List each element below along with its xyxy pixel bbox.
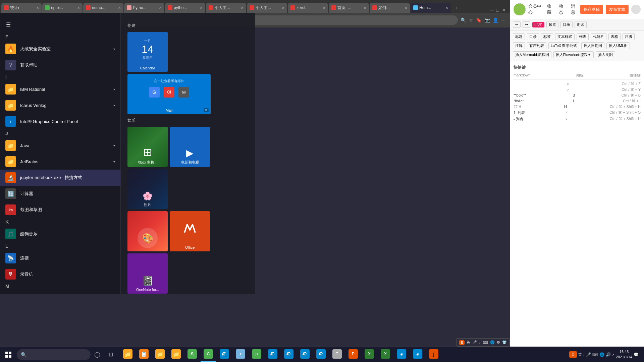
sidebar-item-calculator[interactable]: 🔢 计算器	[0, 186, 120, 202]
tab-1[interactable]: 统计r ✕	[1, 3, 42, 13]
tab-2[interactable]: np.bi... ✕	[42, 3, 83, 13]
nav-dynamic[interactable]: 动态	[559, 3, 566, 15]
live-button[interactable]: LIVE	[532, 22, 544, 27]
user-profile-icon[interactable]	[631, 5, 641, 14]
toc-button[interactable]: 目录	[560, 21, 573, 28]
ime-icon-2[interactable]: ↓	[583, 353, 585, 356]
tab-close-3[interactable]: ✕	[118, 6, 121, 10]
tab-4[interactable]: Pytho... ✕	[124, 3, 164, 13]
tab-close-10[interactable]: ✕	[405, 6, 407, 10]
sidebar-item-kudog[interactable]: 🎵 酷狗音乐	[0, 226, 120, 242]
sidebar-item-recorder[interactable]: 🎙 录音机	[0, 266, 120, 282]
taskbar-app-excel2[interactable]: X	[378, 347, 393, 362]
tab-11[interactable]: Hom... ✕	[411, 3, 451, 13]
snipaste-shirt-icon[interactable]: 👕	[502, 340, 507, 345]
taskbar-app-python[interactable]: p	[249, 347, 264, 362]
taskbar-app-folder2[interactable]: 📁	[168, 347, 184, 362]
taskbar-clock[interactable]: 16:43 2021/1/14	[616, 349, 632, 360]
maximize-button[interactable]: □	[496, 7, 499, 13]
taskbar-app-edge4[interactable]: 🌊	[297, 347, 313, 362]
tab-close-4[interactable]: ✕	[159, 6, 162, 10]
sidebar-item-snip[interactable]: ✂ 截图和草图	[0, 202, 120, 218]
sidebar-item-jetbrains[interactable]: 📁 JetBrains ▾	[0, 154, 120, 170]
more-button[interactable]: ⋯	[501, 17, 506, 23]
taskbar-app-pinnacle[interactable]: 📋	[136, 347, 152, 362]
taskbar-app-vscode1[interactable]: ◈	[394, 347, 409, 362]
taskbar-app-typora[interactable]: T	[329, 347, 345, 362]
taskbar-search-bar[interactable]: 🔍	[17, 349, 91, 360]
sidebar-item-java[interactable]: 📁 Java ▾	[0, 137, 120, 154]
chevron-up-icon[interactable]: ∧	[612, 353, 614, 356]
taskbar-app-edge3[interactable]: 🌊	[281, 347, 297, 362]
notification-icon[interactable]: 💬	[634, 352, 639, 357]
tab-7[interactable]: 个人主... ✕	[247, 3, 287, 13]
search-icon[interactable]: 🔍	[461, 17, 466, 23]
taskbar-app-snipaste[interactable]: S	[184, 347, 200, 362]
flowchart-button[interactable]: 插入Flowchart:流程图	[553, 51, 594, 58]
tab-6[interactable]: 个人主... ✕	[206, 3, 246, 13]
ime-icon-3[interactable]: 🎤	[586, 352, 591, 357]
taskbar-app-powerpoint[interactable]: P	[345, 347, 361, 362]
tab-8[interactable]: zerol... ✕	[288, 3, 328, 13]
heading-button[interactable]: 标题	[513, 33, 525, 40]
code-snippet-button[interactable]: 代码片	[591, 33, 606, 40]
ime-icon-4[interactable]: ⌨	[592, 352, 598, 357]
tab-close-7[interactable]: ✕	[282, 6, 284, 10]
tab-close-6[interactable]: ✕	[241, 6, 244, 10]
office-tile[interactable]: Office	[170, 211, 210, 251]
toc2-button[interactable]: 目录	[527, 33, 539, 40]
table-button[interactable]: 表格	[608, 33, 621, 40]
calendar-tile[interactable]: 一月 14 星期四 Calendar	[127, 32, 168, 72]
save-draft-button[interactable]: 保存草稿	[580, 5, 603, 14]
ime-icon-1[interactable]: 英	[578, 352, 582, 357]
taskbar-app-edge2[interactable]: 🌊	[265, 347, 280, 362]
video-tile[interactable]: ▶ 电影和电视	[170, 127, 210, 167]
tab-close-1[interactable]: ✕	[36, 6, 39, 10]
read-aloud-button[interactable]: 朗读	[575, 21, 587, 28]
profile-icon[interactable]: 👤	[493, 17, 498, 23]
sidebar-item-fire[interactable]: 🔥 火绒安全实验室 ▾	[0, 41, 120, 57]
insert-image-button[interactable]: 插入夹图	[596, 51, 615, 58]
photo-tile[interactable]: 🌸 照片	[127, 169, 168, 209]
sidebar-item-ibm[interactable]: 📁 IBM Rational ▾	[0, 81, 120, 97]
nav-member-center[interactable]: 会员中心	[528, 3, 542, 15]
tag-button[interactable]: 标签	[541, 33, 553, 40]
snipaste-down-icon[interactable]: ↓	[479, 341, 481, 345]
taskbar-app-edge5[interactable]: 🌊	[313, 347, 329, 362]
tab-close-2[interactable]: ✕	[77, 6, 80, 10]
network-icon[interactable]: 🌐	[599, 352, 604, 357]
taskbar-app-rstudio[interactable]: r	[233, 347, 248, 362]
user-avatar[interactable]	[514, 3, 526, 15]
tab-9[interactable]: 首页 -... ✕	[329, 3, 369, 13]
redo-button[interactable]: ↪	[523, 21, 530, 28]
sidebar-item-intel[interactable]: i Intel® Graphics Control Panel	[0, 113, 120, 129]
mail-tile[interactable]: 在一处查看所有邮件 G Ol ✉ ▽ Mail	[127, 74, 211, 114]
snipaste-kb-icon[interactable]: ⌨	[483, 340, 488, 345]
uml-button[interactable]: 插入UML图	[606, 42, 630, 49]
tab-5[interactable]: pytho... ✕	[165, 3, 205, 13]
taskbar-app-edge1[interactable]: 🌊	[217, 347, 232, 362]
tab-close-8[interactable]: ✕	[323, 6, 325, 10]
preview-button[interactable]: 预览	[546, 21, 558, 28]
task-view-button[interactable]: ⊡	[104, 347, 117, 362]
screenshot-icon[interactable]: 📷	[484, 17, 490, 23]
tab-3[interactable]: nump... ✕	[83, 3, 123, 13]
taskbar-app-explorer[interactable]: 📁	[120, 347, 136, 362]
start-button[interactable]	[0, 347, 17, 362]
footnote-button[interactable]: 注脚	[623, 33, 635, 40]
taskbar-app-jupyter[interactable]: j	[426, 347, 441, 362]
ime-lang-indicator[interactable]: 英	[569, 351, 577, 358]
taskbar-app-cursor[interactable]: C	[201, 347, 216, 362]
minimize-button[interactable]: ─	[490, 7, 494, 13]
latex-button[interactable]: LaTeX 数学公式	[548, 42, 579, 49]
snipaste-mic-icon[interactable]: 🎤	[472, 340, 477, 345]
scratch-tile[interactable]: 🎨	[127, 211, 168, 251]
comment-button[interactable]: 注释	[513, 42, 525, 49]
tab-close-11[interactable]: ✕	[445, 6, 448, 10]
text-style-button[interactable]: 文本样式	[555, 33, 575, 40]
sidebar-item-icarus[interactable]: 📁 Icarus Verilog ▾	[0, 97, 120, 113]
sidebar-item-jupyter[interactable]: 🔬 jupyter-notebook.exe - 快捷方式	[0, 170, 120, 186]
ordered-list-button[interactable]: 有序列表	[527, 42, 546, 49]
nav-favorites[interactable]: 收藏	[547, 3, 554, 15]
onenote-tile[interactable]: 📓 OneNote for...	[127, 253, 168, 294]
